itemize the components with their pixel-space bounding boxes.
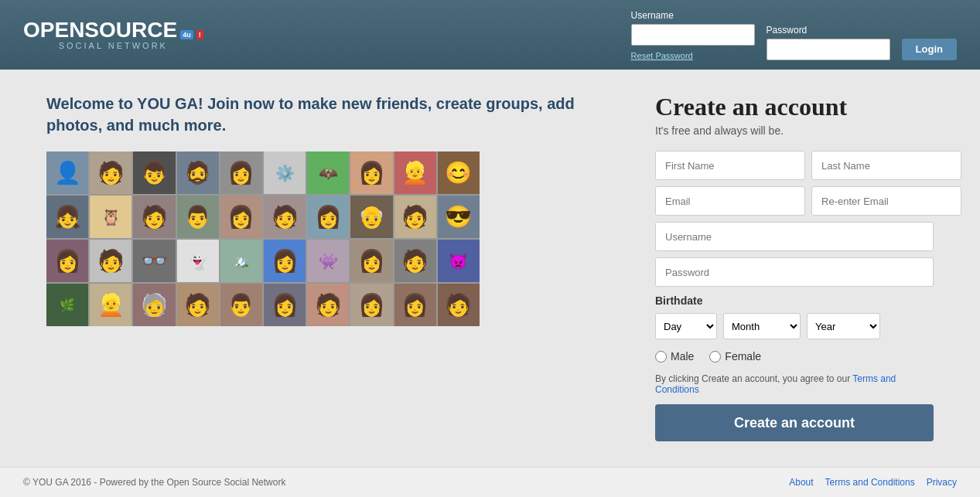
- logo-sub-text: SOCIAL NETWORK: [23, 41, 203, 50]
- password-field-group: Password: [767, 25, 890, 60]
- photo-23: 👓: [133, 240, 175, 282]
- footer-about-link[interactable]: About: [789, 477, 813, 488]
- photo-36: 👩: [264, 284, 306, 326]
- email-row: [655, 186, 934, 216]
- logo-badge-red: !: [196, 30, 203, 39]
- photo-27: 👾: [307, 240, 349, 282]
- birthdate-row: Day Month Year: [655, 313, 934, 339]
- photo-33: 🧓: [133, 284, 175, 326]
- birthdate-label: Birthdate: [655, 294, 934, 307]
- photo-9: 👱: [394, 151, 436, 194]
- photo-37: 🧑: [307, 284, 349, 326]
- photo-32: 👱: [90, 284, 131, 326]
- photo-4: 🧔: [177, 151, 219, 194]
- photo-28: 👩: [350, 240, 392, 282]
- photo-12: 🦉: [90, 196, 131, 238]
- header-password-input[interactable]: [767, 39, 890, 60]
- footer: © YOU GA 2016 - Powered by the Open Sour…: [0, 467, 980, 497]
- photo-1: 👤: [46, 151, 88, 194]
- username-field-group: Username Reset Password: [631, 10, 755, 60]
- photo-13: 🧑: [133, 196, 175, 238]
- photo-20: 😎: [438, 196, 480, 238]
- footer-terms-link[interactable]: Terms and Conditions: [825, 477, 915, 488]
- re-email-input[interactable]: [811, 186, 961, 216]
- photo-3: 👦: [133, 151, 175, 194]
- photo-22: 🧑: [90, 240, 131, 282]
- photo-29: 🧑: [394, 240, 436, 282]
- photo-38: 👩: [350, 284, 392, 326]
- footer-privacy-link[interactable]: Privacy: [927, 477, 957, 488]
- photo-collage: 👤 🧑 👦 🧔 👩 ⚙️ 🦇 👩 👱 😊 👧 🦉 🧑 👨 👩 🧑 👩 👴 🧑 😎…: [46, 151, 480, 326]
- photo-18: 👴: [350, 196, 392, 238]
- photo-2: 🧑: [90, 151, 131, 194]
- form-title: Create an account: [655, 93, 934, 121]
- photo-16: 🧑: [264, 196, 306, 238]
- welcome-text: Welcome to YOU GA! Join now to make new …: [46, 93, 624, 136]
- register-panel: Create an account It's free and always w…: [655, 93, 934, 441]
- name-row: [655, 151, 934, 180]
- male-option[interactable]: Male: [655, 350, 694, 363]
- login-button[interactable]: Login: [902, 39, 957, 60]
- main-content: Welcome to YOU GA! Join now to make new …: [0, 70, 980, 465]
- photo-40: 🧑: [438, 284, 480, 326]
- photo-10: 😊: [438, 151, 480, 194]
- photo-15: 👩: [220, 196, 262, 238]
- username-row: [655, 222, 934, 251]
- photo-21: 👩: [46, 240, 88, 282]
- day-select[interactable]: Day: [655, 313, 717, 339]
- male-label: Male: [671, 350, 694, 363]
- form-subtitle: It's free and always will be.: [655, 124, 934, 137]
- photo-5: 👩: [220, 151, 262, 194]
- password-row: [655, 257, 934, 287]
- logo-badge-blue: 4u: [180, 30, 193, 39]
- photo-6: ⚙️: [264, 151, 306, 194]
- copyright-text: © YOU GA 2016 - Powered by the Open Sour…: [23, 477, 285, 488]
- photo-11: 👧: [46, 196, 88, 238]
- photo-24: 👻: [177, 240, 219, 282]
- female-option[interactable]: Female: [709, 350, 761, 363]
- photo-26: 👩: [264, 240, 306, 282]
- photo-31: 🌿: [46, 284, 88, 326]
- male-radio[interactable]: [655, 351, 667, 363]
- photo-35: 👨: [220, 284, 262, 326]
- footer-links: About Terms and Conditions Privacy: [789, 477, 957, 488]
- month-select[interactable]: Month: [723, 313, 801, 339]
- first-name-input[interactable]: [655, 151, 805, 180]
- photo-39: 👩: [394, 284, 436, 326]
- logo: OPENSOURCE 4u ! SOCIAL NETWORK: [23, 19, 203, 50]
- register-password-input[interactable]: [655, 257, 934, 287]
- left-panel: Welcome to YOU GA! Join now to make new …: [46, 93, 655, 441]
- logo-main-text: OPENSOURCE: [23, 19, 177, 41]
- create-account-button[interactable]: Create an account: [655, 404, 934, 441]
- year-select[interactable]: Year: [807, 313, 880, 339]
- photo-17: 👩: [307, 196, 349, 238]
- photo-7: 🦇: [307, 151, 349, 194]
- email-input[interactable]: [655, 186, 805, 216]
- gender-row: Male Female: [655, 350, 934, 363]
- photo-8: 👩: [350, 151, 392, 194]
- password-label: Password: [767, 25, 890, 36]
- auth-area: Username Reset Password Password Login: [631, 10, 957, 60]
- photo-30: 👿: [438, 240, 480, 282]
- photo-25: 🏔️: [220, 240, 262, 282]
- header-username-input[interactable]: [631, 24, 755, 46]
- photo-34: 🧑: [177, 284, 219, 326]
- terms-text: By clicking Create an account, you agree…: [655, 373, 934, 395]
- last-name-input[interactable]: [811, 151, 961, 180]
- photo-14: 👨: [177, 196, 219, 238]
- photo-19: 🧑: [394, 196, 436, 238]
- reset-password-link[interactable]: Reset Password: [631, 51, 755, 60]
- username-label: Username: [631, 10, 755, 21]
- header: OPENSOURCE 4u ! SOCIAL NETWORK Username …: [0, 0, 980, 70]
- register-username-input[interactable]: [655, 222, 934, 251]
- female-label: Female: [725, 350, 761, 363]
- female-radio[interactable]: [709, 351, 721, 363]
